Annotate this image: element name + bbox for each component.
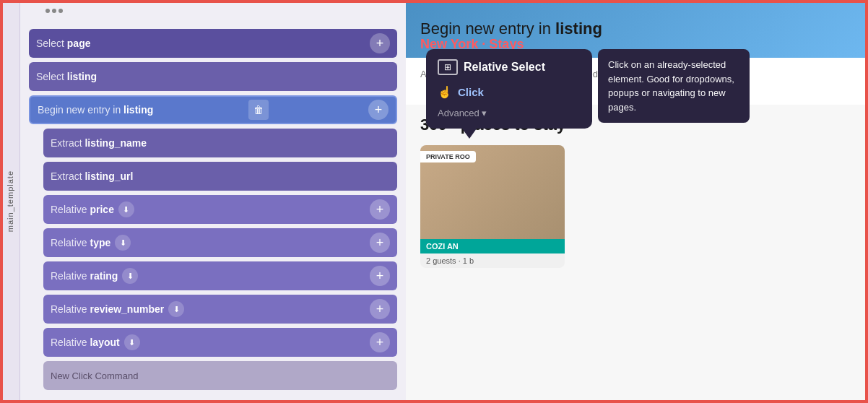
- tooltip-title-text: Relative Select: [464, 61, 545, 74]
- select-listing-row[interactable]: Select listing: [29, 62, 397, 91]
- select-listing-label: Select listing: [36, 71, 97, 82]
- tooltip-container: ⊞ Relative Select ☝ Click Advanced ▾ Cli…: [426, 49, 750, 129]
- relative-price-plus-button[interactable]: +: [370, 199, 390, 220]
- tooltip-icon: ⊞: [438, 59, 458, 75]
- listing-card: PRIVATE ROO COZI AN 2 guests · 1 b: [420, 145, 565, 268]
- new-click-label: New Click Command: [51, 370, 138, 381]
- new-click-command-row[interactable]: New Click Command: [43, 361, 397, 390]
- webpage-header-title: Begin new entry in listing: [420, 20, 602, 38]
- tooltip-click-option[interactable]: ☝ Click: [438, 82, 581, 102]
- relative-price-download-icon[interactable]: ⬇: [118, 202, 134, 217]
- relative-layout-row[interactable]: Relative layout ⬇ +: [43, 328, 397, 357]
- listing-cards-container: PRIVATE ROO COZI AN 2 guests · 1 b: [420, 145, 854, 268]
- begin-entry-label: Begin new entry in listing: [38, 104, 153, 116]
- tooltip-advanced[interactable]: Advanced ▾: [438, 108, 581, 118]
- relative-layout-label: Relative layout: [51, 337, 120, 348]
- extract-listing-name-row[interactable]: Extract listing_name: [43, 129, 397, 157]
- extract-listing-url-label: Extract listing_url: [51, 170, 133, 182]
- listing-badge: PRIVATE ROO: [420, 151, 476, 162]
- relative-rating-download-icon[interactable]: ⬇: [122, 268, 138, 284]
- relative-rating-row[interactable]: Relative rating ⬇ +: [43, 261, 397, 290]
- begin-entry-row[interactable]: Begin new entry in listing 🗑 +: [29, 95, 397, 124]
- left-panel: main_template Select page + Select listi…: [0, 0, 406, 403]
- listing-card-detail: 2 guests · 1 b: [420, 254, 565, 268]
- relative-review-number-download-icon[interactable]: ⬇: [168, 301, 184, 317]
- relative-type-download-icon[interactable]: ⬇: [115, 235, 131, 251]
- relative-review-number-plus-button[interactable]: +: [370, 299, 390, 319]
- top-spacer: [29, 7, 397, 29]
- relative-review-number-label: Relative review_number: [51, 303, 164, 315]
- listing-card-name: COZI AN: [420, 239, 565, 254]
- relative-rating-label: Relative rating: [51, 270, 118, 282]
- extract-listing-name-label: Extract listing_name: [51, 137, 147, 149]
- relative-price-row[interactable]: Relative price ⬇ +: [43, 195, 397, 224]
- begin-entry-trash-button[interactable]: 🗑: [248, 100, 269, 120]
- sidebar-label: main_template: [0, 0, 20, 403]
- relative-rating-plus-button[interactable]: +: [370, 266, 390, 286]
- sidebar-label-text: main_template: [6, 170, 14, 232]
- tooltip-click-label: Click: [458, 86, 484, 98]
- relative-type-label: Relative type: [51, 237, 110, 248]
- select-page-label: Select page: [36, 38, 91, 49]
- dot-2: [52, 9, 56, 13]
- relative-review-number-row[interactable]: Relative review_number ⬇ +: [43, 295, 397, 324]
- template-content: Select page + Select listing Begin new e…: [20, 0, 406, 403]
- click-icon: ☝: [438, 85, 452, 99]
- dot-1: [45, 9, 50, 13]
- extract-listing-url-row[interactable]: Extract listing_url: [43, 162, 397, 191]
- listing-card-image: PRIVATE ROO: [420, 145, 565, 239]
- relative-price-label: Relative price: [51, 204, 114, 215]
- dots-menu[interactable]: [45, 9, 63, 13]
- tooltip-card: ⊞ Relative Select ☝ Click Advanced ▾: [426, 49, 592, 129]
- dot-3: [58, 9, 63, 13]
- relative-layout-download-icon[interactable]: ⬇: [124, 334, 140, 350]
- relative-type-plus-button[interactable]: +: [370, 233, 390, 253]
- select-page-plus-button[interactable]: +: [370, 33, 390, 53]
- relative-layout-plus-button[interactable]: +: [370, 332, 390, 352]
- select-page-row[interactable]: Select page +: [29, 29, 397, 58]
- relative-type-row[interactable]: Relative type ⬇ +: [43, 228, 397, 257]
- tooltip-title: ⊞ Relative Select: [438, 59, 581, 75]
- tooltip-description: Click on an already-selected element. Go…: [598, 49, 750, 123]
- begin-entry-plus-button[interactable]: +: [368, 100, 389, 120]
